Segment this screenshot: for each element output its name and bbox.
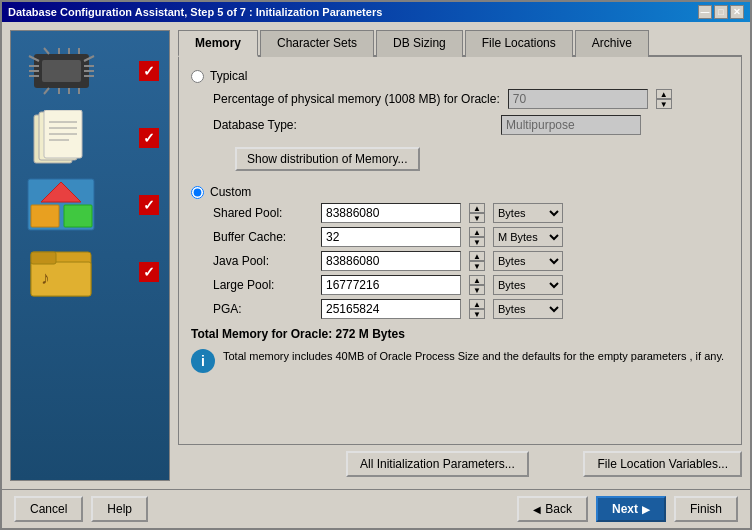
window-title: Database Configuration Assistant, Step 5… xyxy=(8,6,382,18)
typical-radio-row: Typical xyxy=(191,69,729,83)
shapes-svg-icon xyxy=(26,177,96,232)
check-3: ✓ xyxy=(139,195,159,215)
database-type-row: Database Type: xyxy=(213,115,729,135)
left-item-1: ✓ xyxy=(16,41,164,100)
check-1: ✓ xyxy=(139,61,159,81)
total-memory-row: Total Memory for Oracle: 272 M Bytes xyxy=(191,327,729,341)
java-pool-unit[interactable]: BytesK BytesM Bytes xyxy=(493,251,563,271)
shared-pool-unit[interactable]: BytesK BytesM Bytes xyxy=(493,203,563,223)
svg-line-14 xyxy=(44,48,49,54)
custom-radio[interactable] xyxy=(191,186,204,199)
buffer-cache-input[interactable] xyxy=(321,227,461,247)
physical-memory-down[interactable]: ▼ xyxy=(656,99,672,109)
buffer-cache-unit[interactable]: BytesM BytesK Bytes xyxy=(493,227,563,247)
physical-memory-spinner: ▲ ▼ xyxy=(656,89,672,109)
help-button[interactable]: Help xyxy=(91,496,148,522)
buffer-cache-spinner: ▲ ▼ xyxy=(469,227,485,247)
info-icon: i xyxy=(191,349,215,373)
large-pool-spinner: ▲ ▼ xyxy=(469,275,485,295)
shared-pool-down[interactable]: ▼ xyxy=(469,213,485,223)
next-button[interactable]: Next ▶ xyxy=(596,496,666,522)
java-pool-input[interactable] xyxy=(321,251,461,271)
tab-memory[interactable]: Memory xyxy=(178,30,258,57)
panel-content: Typical Percentage of physical memory (1… xyxy=(178,57,742,445)
folder-icon-box: ♪ xyxy=(21,244,101,299)
title-bar-buttons: — □ ✕ xyxy=(698,5,744,19)
buffer-cache-down[interactable]: ▼ xyxy=(469,237,485,247)
tab-bar: Memory Character Sets DB Sizing File Loc… xyxy=(178,30,742,57)
right-panel: Memory Character Sets DB Sizing File Loc… xyxy=(178,30,742,481)
next-arrow-icon: ▶ xyxy=(642,504,650,515)
left-item-2: ✓ xyxy=(16,108,164,167)
pga-up[interactable]: ▲ xyxy=(469,299,485,309)
java-pool-spinner: ▲ ▼ xyxy=(469,251,485,271)
cancel-button[interactable]: Cancel xyxy=(14,496,83,522)
custom-label: Custom xyxy=(210,185,251,199)
pga-row: PGA: ▲ ▼ BytesK BytesM Bytes xyxy=(213,299,729,319)
large-pool-input[interactable] xyxy=(321,275,461,295)
tab-file-locations[interactable]: File Locations xyxy=(465,30,573,57)
back-label: Back xyxy=(545,502,572,516)
large-pool-unit[interactable]: BytesK BytesM Bytes xyxy=(493,275,563,295)
content-area: ✓ ✓ xyxy=(2,22,750,489)
all-init-params-button[interactable]: All Initialization Parameters... xyxy=(346,451,529,477)
java-pool-row: Java Pool: ▲ ▼ BytesK BytesM Bytes xyxy=(213,251,729,271)
shared-pool-input[interactable] xyxy=(321,203,461,223)
svg-text:♪: ♪ xyxy=(41,268,50,288)
database-type-label: Database Type: xyxy=(213,118,493,132)
svg-rect-26 xyxy=(31,205,59,227)
pga-label: PGA: xyxy=(213,302,313,316)
physical-memory-label: Percentage of physical memory (1008 MB) … xyxy=(213,92,500,106)
file-location-vars-button[interactable]: File Location Variables... xyxy=(583,451,742,477)
svg-rect-1 xyxy=(42,60,81,82)
buffer-cache-row: Buffer Cache: ▲ ▼ BytesM BytesK Bytes xyxy=(213,227,729,247)
footer-right: ◀ Back Next ▶ Finish xyxy=(517,496,738,522)
svg-rect-28 xyxy=(64,205,92,227)
custom-fields: Shared Pool: ▲ ▼ BytesK BytesM Bytes Buf… xyxy=(213,203,729,319)
close-button[interactable]: ✕ xyxy=(730,5,744,19)
tab-character-sets[interactable]: Character Sets xyxy=(260,30,374,57)
large-pool-up[interactable]: ▲ xyxy=(469,275,485,285)
tab-archive[interactable]: Archive xyxy=(575,30,649,57)
info-text: Total memory includes 40MB of Oracle Pro… xyxy=(223,349,724,364)
large-pool-label: Large Pool: xyxy=(213,278,313,292)
folder-svg-icon: ♪ xyxy=(26,244,96,299)
pga-spinner: ▲ ▼ xyxy=(469,299,485,319)
buffer-cache-up[interactable]: ▲ xyxy=(469,227,485,237)
back-button[interactable]: ◀ Back xyxy=(517,496,588,522)
left-panel: ✓ ✓ xyxy=(10,30,170,481)
pga-down[interactable]: ▼ xyxy=(469,309,485,319)
main-window: Database Configuration Assistant, Step 5… xyxy=(0,0,752,530)
left-item-4: ♪ ✓ xyxy=(16,242,164,301)
check-2: ✓ xyxy=(139,128,159,148)
show-distribution-button[interactable]: Show distribution of Memory... xyxy=(235,147,420,171)
java-pool-up[interactable]: ▲ xyxy=(469,251,485,261)
physical-memory-input[interactable] xyxy=(508,89,648,109)
large-pool-down[interactable]: ▼ xyxy=(469,285,485,295)
minimize-button[interactable]: — xyxy=(698,5,712,19)
svg-rect-31 xyxy=(31,252,56,264)
finish-button[interactable]: Finish xyxy=(674,496,738,522)
maximize-button[interactable]: □ xyxy=(714,5,728,19)
shared-pool-spinner: ▲ ▼ xyxy=(469,203,485,223)
chip-svg-icon xyxy=(24,46,99,96)
shared-pool-row: Shared Pool: ▲ ▼ BytesK BytesM Bytes xyxy=(213,203,729,223)
typical-label: Typical xyxy=(210,69,247,83)
pga-input[interactable] xyxy=(321,299,461,319)
check-4: ✓ xyxy=(139,262,159,282)
custom-radio-row: Custom xyxy=(191,185,729,199)
pga-unit[interactable]: BytesK BytesM Bytes xyxy=(493,299,563,319)
info-box: i Total memory includes 40MB of Oracle P… xyxy=(191,349,729,373)
physical-memory-row: Percentage of physical memory (1008 MB) … xyxy=(213,89,729,109)
shared-pool-up[interactable]: ▲ xyxy=(469,203,485,213)
shapes-icon-box xyxy=(21,177,101,232)
java-pool-label: Java Pool: xyxy=(213,254,313,268)
bottom-buttons-row: All Initialization Parameters... File Lo… xyxy=(346,445,742,481)
tab-db-sizing[interactable]: DB Sizing xyxy=(376,30,463,57)
next-label: Next xyxy=(612,502,638,516)
chip-icon-box xyxy=(21,43,101,98)
typical-radio[interactable] xyxy=(191,70,204,83)
docs-svg-icon xyxy=(29,110,94,165)
physical-memory-up[interactable]: ▲ xyxy=(656,89,672,99)
java-pool-down[interactable]: ▼ xyxy=(469,261,485,271)
